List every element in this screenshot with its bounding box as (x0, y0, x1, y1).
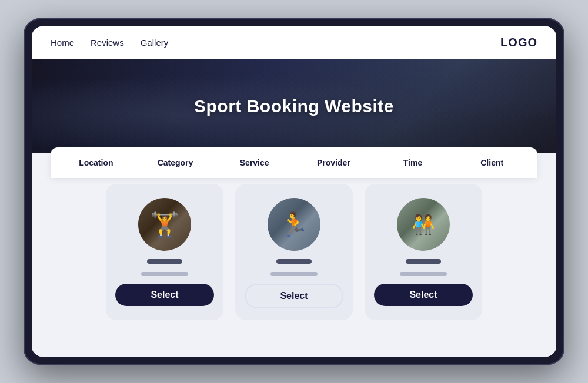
card-2-desc-bar (270, 272, 318, 276)
navbar: Home Reviews Gallery LOGO (32, 26, 556, 59)
card-3-name-bar (406, 259, 441, 264)
card-3-select-button[interactable]: Select (374, 284, 473, 306)
nav-home[interactable]: Home (51, 38, 74, 48)
tab-service[interactable]: Service (215, 147, 294, 178)
card-3-bg (397, 198, 450, 251)
tab-provider[interactable]: Provider (294, 147, 373, 178)
service-card-2: Select (235, 184, 353, 320)
tab-time[interactable]: Time (373, 147, 453, 178)
card-1-bg (138, 198, 191, 251)
nav-links: Home Reviews Gallery (51, 38, 500, 48)
card-2-name-bar (276, 259, 312, 264)
nav-reviews[interactable]: Reviews (91, 38, 124, 48)
hero-title: Sport Booking Website (194, 96, 394, 116)
device-frame: Home Reviews Gallery LOGO Sport Booking … (24, 18, 564, 365)
card-2-bg (268, 198, 320, 251)
card-2-select-button[interactable]: Select (245, 284, 343, 308)
tab-location[interactable]: Location (56, 147, 136, 178)
screen: Home Reviews Gallery LOGO Sport Booking … (32, 26, 556, 357)
tabs-bar: Location Category Service Provider Time … (51, 147, 537, 178)
card-1-name-bar (147, 259, 182, 264)
booking-panel: Location Category Service Provider Time … (32, 153, 556, 357)
card-1-image (138, 198, 191, 251)
tab-category[interactable]: Category (136, 147, 215, 178)
card-2-image (268, 198, 320, 251)
service-card-1: Select (106, 184, 223, 320)
hero-section: Sport Booking Website (32, 59, 556, 153)
cards-section: Select Select (32, 184, 556, 332)
card-3-desc-bar (400, 272, 447, 276)
card-3-image (397, 198, 450, 251)
card-1-desc-bar (141, 272, 188, 276)
logo: LOGO (500, 36, 537, 49)
card-1-select-button[interactable]: Select (115, 284, 214, 306)
service-card-3: Select (365, 184, 482, 320)
nav-gallery[interactable]: Gallery (141, 38, 169, 48)
tab-client[interactable]: Client (452, 147, 532, 178)
